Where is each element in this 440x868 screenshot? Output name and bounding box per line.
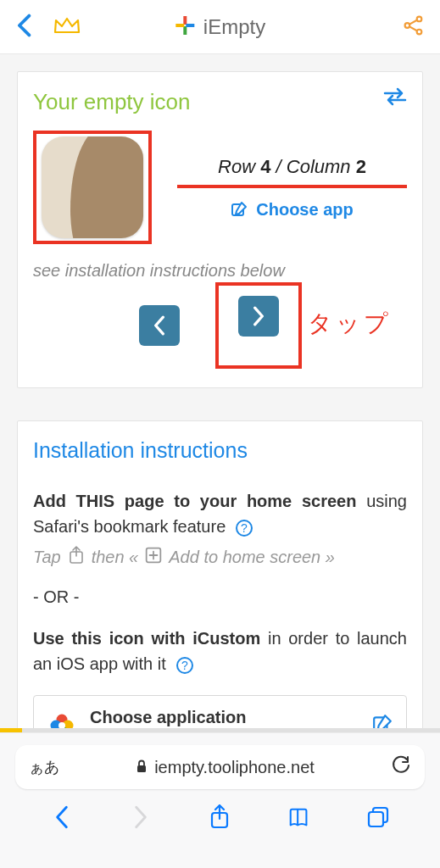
- svg-rect-20: [137, 765, 146, 772]
- choose-app-link[interactable]: Choose app: [177, 200, 407, 220]
- page-content: Your empty icon Row 4 / Column 2 Choose …: [0, 54, 440, 775]
- safari-toolbar: [0, 789, 440, 833]
- svg-rect-22: [369, 812, 383, 826]
- tabs-icon[interactable]: [366, 804, 390, 833]
- install-hint: see installation instructions below: [33, 261, 407, 281]
- help-icon[interactable]: ?: [175, 656, 194, 675]
- prev-button[interactable]: [139, 305, 180, 346]
- plus-logo-icon: [175, 15, 195, 39]
- text-size-button[interactable]: ぁあ: [29, 757, 59, 777]
- svg-point-5: [417, 16, 422, 21]
- svg-rect-0: [183, 16, 187, 25]
- bookmarks-icon[interactable]: [287, 804, 311, 833]
- instructions-card: Installation instructions Add THIS page …: [17, 420, 423, 775]
- empty-icon-card: Your empty icon Row 4 / Column 2 Choose …: [17, 71, 423, 388]
- refresh-icon[interactable]: [391, 755, 411, 779]
- svg-point-6: [417, 29, 422, 34]
- svg-rect-3: [186, 24, 194, 27]
- url-display[interactable]: iempty.tooliphone.net: [71, 758, 379, 777]
- choose-application-title: Choose application: [90, 708, 359, 727]
- svg-text:?: ?: [241, 521, 248, 535]
- lock-icon: [136, 758, 148, 777]
- instruction-p1: Add THIS page to your home screen using …: [33, 488, 407, 539]
- choose-app-label: Choose app: [256, 200, 353, 220]
- tap-instruction: Tap then « Add to home screen »: [33, 546, 407, 569]
- icon-preview[interactable]: [42, 136, 143, 238]
- svg-point-4: [405, 23, 410, 28]
- app-title: iEmpty: [203, 15, 265, 39]
- or-separator: - OR -: [33, 587, 407, 607]
- browser-forward-icon: [129, 804, 153, 833]
- crown-icon[interactable]: [53, 14, 81, 41]
- row-column-label: Row 4 / Column 2: [177, 156, 407, 188]
- svg-rect-2: [175, 24, 184, 27]
- share-icon: [68, 546, 85, 569]
- back-icon[interactable]: [15, 14, 32, 41]
- address-bar[interactable]: ぁあ iempty.tooliphone.net: [15, 745, 425, 789]
- safari-chrome: ぁあ iempty.tooliphone.net: [0, 732, 440, 868]
- card-title: Your empty icon: [33, 89, 407, 115]
- add-box-icon: [145, 546, 162, 569]
- svg-rect-1: [183, 26, 187, 35]
- instructions-title: Installation instructions: [33, 438, 407, 463]
- next-button-highlight: タップ: [215, 282, 302, 369]
- swap-icon[interactable]: [383, 87, 407, 109]
- instruction-p2: Use this icon with iCustom in order to l…: [33, 626, 407, 676]
- share-network-icon[interactable]: [403, 14, 425, 40]
- browser-share-icon[interactable]: [208, 804, 231, 833]
- help-icon[interactable]: ?: [235, 519, 253, 537]
- icon-preview-highlight: [33, 131, 152, 244]
- next-button[interactable]: [238, 296, 279, 337]
- app-header: iEmpty: [0, 0, 440, 54]
- svg-text:?: ?: [181, 659, 188, 672]
- browser-back-icon[interactable]: [50, 804, 74, 833]
- tap-annotation: タップ: [308, 308, 392, 340]
